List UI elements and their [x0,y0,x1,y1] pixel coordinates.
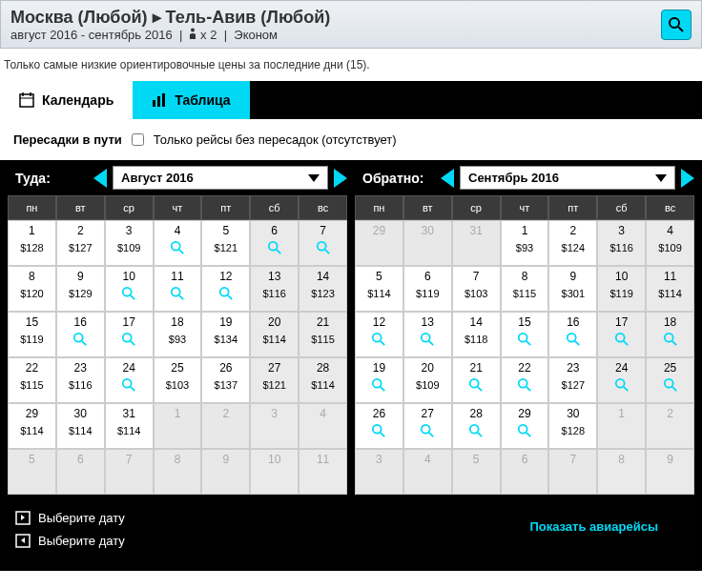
day-cell[interactable]: 13 [403,312,452,357]
day-cell[interactable]: 7 [299,220,347,266]
day-cell[interactable]: 11$114 [646,266,694,312]
day-cell[interactable]: 16 [56,312,105,357]
svg-line-33 [526,341,530,345]
svg-point-12 [268,242,277,251]
day-cell[interactable]: 17 [105,312,154,357]
svg-point-46 [615,379,624,388]
pick-depart[interactable]: Выберите дату [15,506,125,529]
day-cell[interactable]: 1$128 [8,220,56,266]
svg-line-23 [82,341,86,345]
day-cell[interactable]: 14$118 [452,312,501,357]
day-cell[interactable]: 21$115 [299,312,347,357]
pick-return[interactable]: Выберите дату [15,529,125,552]
day-cell[interactable]: 23$127 [548,357,597,403]
day-cell[interactable]: 9$301 [548,266,597,312]
day-cell[interactable]: 21 [452,357,501,403]
day-cell[interactable]: 15 [501,312,549,357]
svg-rect-7 [153,100,155,107]
prev-month-ret[interactable] [441,169,454,188]
day-cell[interactable]: 6 [250,220,299,266]
svg-line-37 [623,341,627,345]
day-cell[interactable]: 19 [355,357,403,403]
svg-line-43 [478,387,482,391]
day-cell[interactable]: 24 [105,357,154,403]
date-range: август 2016 - сентябрь 2016 [10,28,173,42]
search-button[interactable] [661,10,692,40]
tab-calendar[interactable]: Календарь [0,81,133,119]
day-cell[interactable]: 4 [154,220,202,266]
svg-rect-9 [162,93,165,107]
day-cell[interactable]: 25$103 [154,357,202,403]
day-cell[interactable]: 8$115 [501,266,549,312]
month-select-out[interactable]: Август 2016 [113,166,328,190]
next-month-ret[interactable] [681,169,694,188]
day-cell[interactable]: 31$114 [105,403,154,449]
next-month-out[interactable] [334,169,347,188]
day-cell[interactable]: 5$121 [201,220,250,266]
svg-line-17 [131,295,134,299]
day-cell[interactable]: 13$116 [250,266,299,312]
day-cell[interactable]: 2$124 [548,220,597,266]
search-icon [121,377,136,393]
day-cell[interactable]: 18 [646,312,694,357]
day-cell[interactable]: 6$119 [403,266,452,312]
chevron-down-icon [655,174,667,182]
search-icon [218,286,234,301]
day-cell[interactable]: 26 [355,403,403,449]
day-cell[interactable]: 14$123 [299,266,347,312]
svg-line-51 [381,433,384,436]
day-cell[interactable]: 18$93 [154,312,202,357]
day-cell[interactable]: 29 [501,403,549,449]
svg-point-34 [568,334,576,342]
calendar-widget: Календарь Таблица Пересадки в пути Тольк… [0,81,702,571]
day-cell[interactable]: 22$115 [8,357,56,403]
day-cell: 2 [646,403,694,449]
day-cell[interactable]: 25 [646,357,694,403]
nonstop-checkbox[interactable] [132,133,144,146]
search-icon [371,377,386,393]
svg-line-19 [179,295,183,299]
month-select-ret[interactable]: Сентябрь 2016 [460,166,675,190]
day-cell[interactable]: 12 [355,312,403,357]
day-cell[interactable]: 11 [154,266,202,312]
day-cell[interactable]: 23$116 [56,357,105,403]
day-cell[interactable]: 29$114 [8,403,56,449]
day-cell[interactable]: 16 [548,312,597,357]
day-cell[interactable]: 28$114 [299,357,347,403]
day-cell[interactable]: 30$128 [548,403,597,449]
svg-point-0 [191,29,195,32]
day-cell[interactable]: 4$109 [646,220,694,266]
day-cell[interactable]: 10 [105,266,154,312]
day-cell[interactable]: 1$93 [501,220,549,266]
day-cell[interactable]: 28 [452,403,501,449]
day-cell[interactable]: 10$119 [597,266,646,312]
day-cell[interactable]: 2$127 [56,220,105,266]
svg-line-47 [623,387,627,391]
day-cell[interactable]: 27 [403,403,452,449]
day-cell[interactable]: 26$137 [201,357,250,403]
day-cell[interactable]: 7$103 [452,266,501,312]
day-cell[interactable]: 30$114 [56,403,105,449]
day-cell[interactable]: 19$134 [201,312,250,357]
day-cell[interactable]: 17 [597,312,646,357]
svg-point-18 [172,288,180,296]
day-cell[interactable]: 22 [501,357,549,403]
day-cell[interactable]: 9$129 [56,266,105,312]
day-cell[interactable]: 15$119 [8,312,56,357]
day-cell[interactable]: 8$120 [8,266,56,312]
day-cell[interactable]: 20$114 [250,312,299,357]
day-cell[interactable]: 3$109 [105,220,154,266]
day-cell: 4 [299,403,347,449]
day-cell[interactable]: 20$109 [403,357,452,403]
dow-header: чт [501,195,549,220]
search-icon [371,332,386,347]
day-cell: 8 [597,449,646,495]
tab-table[interactable]: Таблица [133,81,249,119]
day-cell[interactable]: 24 [597,357,646,403]
day-cell[interactable]: 5$114 [355,266,403,312]
day-cell[interactable]: 27$121 [250,357,299,403]
prev-month-out[interactable] [93,169,107,188]
show-flights-button[interactable]: Показать авиарейсы [501,506,687,547]
day-cell[interactable]: 12 [201,266,250,312]
day-cell[interactable]: 3$116 [597,220,646,266]
